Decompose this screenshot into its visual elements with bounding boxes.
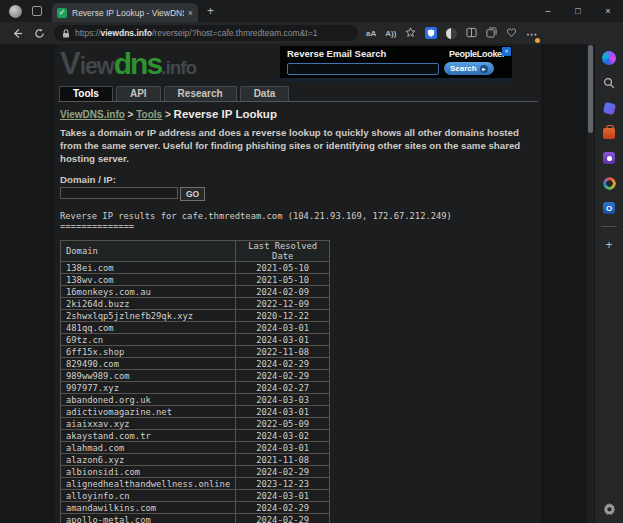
address-bar[interactable]: https://viewdns.info/reverseip/?host=caf… (54, 25, 358, 41)
collections-icon[interactable] (486, 24, 497, 42)
ad-email-input[interactable] (287, 63, 439, 75)
breadcrumb-home-link[interactable]: ViewDNS.info (60, 109, 125, 120)
table-row: 16monkeys.com.au 2024-02-09 (61, 286, 330, 298)
table-row: 2shwxlqp5jzlnefb29qk.xyz 2020-12-22 (61, 310, 330, 322)
domain-cell: albionsidi.com (61, 466, 236, 478)
microsoft-365-icon[interactable] (602, 151, 616, 165)
copilot-icon[interactable] (602, 51, 616, 65)
date-cell: 2022-12-09 (236, 298, 330, 310)
domain-cell: amandawilkins.com (61, 502, 236, 514)
browser-essentials-icon[interactable] (506, 24, 517, 42)
tab-research[interactable]: Research (164, 86, 237, 101)
darkreader-extension-icon[interactable] (446, 28, 457, 39)
domain-ip-input[interactable] (60, 187, 178, 199)
results-header: Reverse IP results for cafe.thmredteam.c… (60, 211, 536, 231)
viewdns-logo[interactable]: Viewdns.info (60, 46, 196, 82)
table-row: 481qq.com 2024-03-01 (61, 322, 330, 334)
table-row: 138wv.com 2021-05-10 (61, 274, 330, 286)
reverse-ip-table: Domain Last Resolved Date 138ei.com 2021… (60, 240, 330, 523)
shopping-icon[interactable] (602, 126, 616, 140)
domain-cell: 69tz.cn (61, 334, 236, 346)
lock-icon (62, 29, 70, 38)
date-cell: 2024-02-29 (236, 514, 330, 523)
results-underline: ============== (60, 221, 536, 231)
favorites-star-icon[interactable] (405, 24, 416, 42)
breadcrumb: ViewDNS.info > Tools > Reverse IP Lookup (60, 108, 536, 120)
date-cell: 2022-05-09 (236, 418, 330, 430)
domain-cell: 829490.com (61, 358, 236, 370)
table-row: alazon6.xyz 2021-11-08 (61, 454, 330, 466)
window-minimize-button[interactable]: – (533, 0, 563, 22)
table-row: amandawilkins.com 2024-02-29 (61, 502, 330, 514)
back-icon[interactable] (9, 28, 25, 39)
results-line: Reverse IP results for cafe.thmredteam.c… (60, 211, 536, 221)
table-row: 989ww989.com 2024-02-29 (61, 370, 330, 382)
domain-cell: alloyinfo.cn (61, 490, 236, 502)
date-cell: 2024-02-29 (236, 370, 330, 382)
outlook-icon[interactable]: O (602, 201, 616, 215)
date-cell: 2024-02-29 (236, 502, 330, 514)
browser-tab[interactable]: ✓ Reverse IP Lookup - ViewDNS.in... × (52, 3, 198, 22)
browser-toolbar: https://viewdns.info/reverseip/?host=caf… (0, 22, 623, 44)
table-row: albionsidi.com 2024-02-29 (61, 466, 330, 478)
domain-cell: 2ki264d.buzz (61, 298, 236, 310)
domain-cell: 481qq.com (61, 322, 236, 334)
new-tab-button[interactable]: + (207, 4, 214, 18)
table-row: abandoned.org.uk 2024-03-03 (61, 394, 330, 406)
date-cell: 2024-02-09 (236, 286, 330, 298)
ublock-extension-icon[interactable] (425, 27, 437, 39)
date-cell: 2024-02-29 (236, 466, 330, 478)
table-row: 6ff15x.shop 2022-11-08 (61, 346, 330, 358)
table-row: adictivomagazine.net 2024-03-01 (61, 406, 330, 418)
browser-window: ✓ Reverse IP Lookup - ViewDNS.in... × + … (0, 0, 623, 523)
table-row: alloyinfo.cn 2024-03-01 (61, 490, 330, 502)
ad-search-arrow-icon: ▸ (480, 65, 488, 73)
tab-data[interactable]: Data (240, 86, 290, 101)
table-row: 997977.xyz 2024-02-27 (61, 382, 330, 394)
table-row: akaystand.com.tr 2024-03-02 (61, 430, 330, 442)
column-header-date: Last Resolved Date (236, 241, 330, 262)
workspace-icon[interactable] (32, 6, 42, 16)
scrollbar-thumb[interactable] (588, 45, 593, 133)
ad-search-button[interactable]: Search▸ (444, 62, 494, 75)
date-cell: 2024-03-01 (236, 442, 330, 454)
table-row: apollo-metal.com 2024-02-29 (61, 514, 330, 523)
tab-favicon-icon: ✓ (57, 8, 67, 18)
tab-close-icon[interactable]: × (188, 8, 193, 18)
read-aloud-icon[interactable]: A)) (385, 29, 396, 38)
title-bar: ✓ Reverse IP Lookup - ViewDNS.in... × + … (0, 0, 623, 22)
window-close-button[interactable]: × (593, 0, 623, 22)
sidebar-add-icon[interactable]: + (605, 238, 612, 252)
window-maximize-button[interactable]: □ (563, 0, 593, 22)
date-cell: 2021-05-10 (236, 274, 330, 286)
notification-dot (535, 38, 540, 43)
domain-cell: akaystand.com.tr (61, 430, 236, 442)
table-row: 2ki264d.buzz 2022-12-09 (61, 298, 330, 310)
tab-tools[interactable]: Tools (59, 86, 113, 101)
profile-avatar[interactable] (9, 5, 22, 18)
games-icon[interactable] (602, 176, 616, 190)
ad-brand-peoplelooker: PeopleLooker (449, 49, 505, 59)
ad-close-icon[interactable]: × (502, 47, 511, 56)
site-nav-tabs: Tools API Research Data (58, 86, 538, 102)
split-screen-icon[interactable] (466, 24, 477, 42)
go-button[interactable]: GO (180, 187, 205, 201)
domain-cell: apollo-metal.com (61, 514, 236, 523)
settings-more-icon[interactable]: ⋯ (526, 24, 537, 42)
date-cell: 2024-03-02 (236, 430, 330, 442)
sidebar-settings-gear-icon[interactable] (602, 501, 616, 515)
domain-cell: 6ff15x.shop (61, 346, 236, 358)
tab-api[interactable]: API (116, 86, 161, 101)
drop-icon[interactable] (602, 101, 616, 115)
domain-cell: 16monkeys.com.au (61, 286, 236, 298)
refresh-icon[interactable] (31, 28, 47, 39)
translate-icon[interactable]: aA (366, 29, 376, 38)
domain-cell: alignedhealthandwellness.online (61, 478, 236, 490)
breadcrumb-tools-link[interactable]: Tools (136, 109, 162, 120)
ad-banner: Reverse Email Search PeopleLooker Search… (280, 46, 512, 82)
domain-cell: 989ww989.com (61, 370, 236, 382)
date-cell: 2021-11-08 (236, 454, 330, 466)
column-header-domain: Domain (61, 241, 236, 262)
search-icon[interactable] (602, 76, 616, 90)
page-scrollbar[interactable] (587, 44, 594, 523)
